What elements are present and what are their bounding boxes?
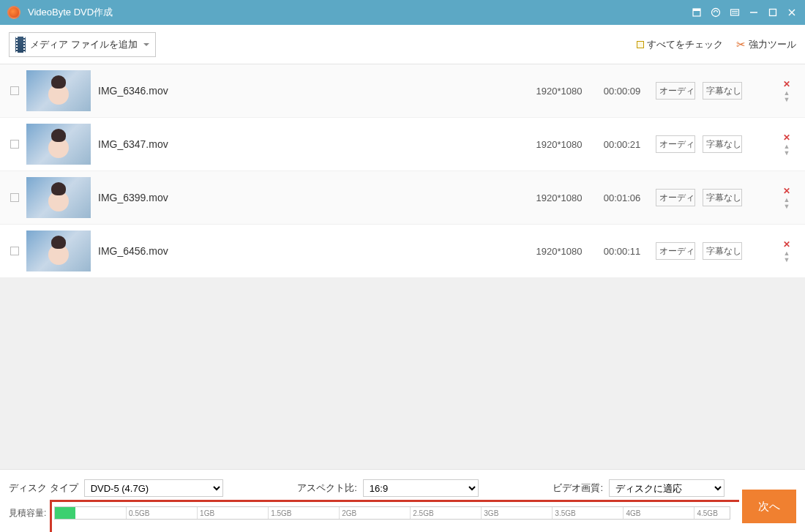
move-down-icon[interactable]: ▼ xyxy=(784,204,790,209)
duration: 00:00:21 xyxy=(596,139,648,150)
disc-type-label: ディスク タイプ xyxy=(9,482,78,495)
capacity-tick: 2GB xyxy=(339,507,356,519)
capacity-tick: 3.5GB xyxy=(552,507,575,519)
annotation-line xyxy=(50,500,52,532)
resolution: 1920*1080 xyxy=(530,86,588,97)
audio-select[interactable]: オーディ xyxy=(656,82,695,100)
file-name: IMG_6456.mov xyxy=(98,245,523,257)
bottom-bar: ディスク タイプ DVD-5 (4.7G) アスペクト比: 16:9 ビデオ画質… xyxy=(0,469,805,532)
duration: 00:01:06 xyxy=(596,192,648,203)
move-up-icon[interactable]: ▲ xyxy=(784,251,790,256)
move-down-icon[interactable]: ▼ xyxy=(784,258,790,263)
move-up-icon[interactable]: ▲ xyxy=(784,91,790,96)
move-down-icon[interactable]: ▼ xyxy=(784,97,790,102)
capacity-tick: 4GB xyxy=(623,507,640,519)
titlebar: VideoByte DVD作成 xyxy=(0,0,805,25)
capacity-tick: 2.5GB xyxy=(410,507,433,519)
close-button[interactable] xyxy=(786,7,798,18)
audio-select[interactable]: オーディ xyxy=(656,242,695,260)
video-quality-select[interactable]: ディスクに適応 xyxy=(609,479,724,497)
app-logo-icon xyxy=(7,6,20,19)
delete-icon[interactable]: ✕ xyxy=(783,132,790,143)
power-tools-label: 強力ツール xyxy=(749,38,796,51)
thumbnail xyxy=(26,231,91,271)
header-icon-3[interactable] xyxy=(729,7,741,18)
file-row: IMG_6346.mov1920*108000:00:09オーディ字幕なし✕▲▼ xyxy=(0,64,805,117)
file-name: IMG_6346.mov xyxy=(98,85,523,97)
capacity-tick: 1.5GB xyxy=(268,507,291,519)
subtitle-select[interactable]: 字幕なし xyxy=(703,82,742,100)
thumbnail xyxy=(26,124,91,165)
scissors-icon: ✂ xyxy=(736,38,746,51)
thumbnail xyxy=(26,70,91,111)
svg-rect-3 xyxy=(731,10,739,15)
capacity-tick: 3GB xyxy=(481,507,498,519)
maximize-button[interactable] xyxy=(767,7,779,18)
aspect-ratio-select[interactable]: 16:9 xyxy=(363,479,479,497)
resolution: 1920*1080 xyxy=(530,192,588,203)
resolution: 1920*1080 xyxy=(530,139,588,150)
minimize-button[interactable] xyxy=(748,7,760,18)
disc-type-select[interactable]: DVD-5 (4.7G) xyxy=(84,479,223,497)
annotation-line xyxy=(50,500,739,502)
capacity-label: 見積容量: xyxy=(9,507,54,520)
add-media-button[interactable]: メディア ファイルを追加 xyxy=(9,32,156,57)
svg-point-2 xyxy=(712,9,720,17)
delete-icon[interactable]: ✕ xyxy=(783,79,790,89)
row-checkbox[interactable] xyxy=(10,86,19,95)
subtitle-select[interactable]: 字幕なし xyxy=(703,189,742,206)
check-all-label: すべてをチェック xyxy=(647,38,723,51)
file-list: IMG_6346.mov1920*108000:00:09オーディ字幕なし✕▲▼… xyxy=(0,64,805,469)
file-row: IMG_6399.mov1920*108000:01:06オーディ字幕なし✕▲▼ xyxy=(0,171,805,224)
next-button-label: 次へ xyxy=(758,500,780,514)
audio-select[interactable]: オーディ xyxy=(656,189,695,206)
subtitle-select[interactable]: 字幕なし xyxy=(703,242,742,260)
toolbar: メディア ファイルを追加 すべてをチェック ✂ 強力ツール xyxy=(0,25,805,64)
file-name: IMG_6399.mov xyxy=(98,192,523,203)
audio-select[interactable]: オーディ xyxy=(656,135,695,153)
power-tools-button[interactable]: ✂ 強力ツール xyxy=(736,38,796,51)
resolution: 1920*1080 xyxy=(530,246,588,257)
aspect-ratio-label: アスペクト比: xyxy=(297,482,357,495)
file-name: IMG_6347.mov xyxy=(98,138,523,150)
header-icon-2[interactable] xyxy=(710,7,722,18)
video-quality-label: ビデオ画質: xyxy=(553,482,603,495)
film-icon xyxy=(15,37,26,53)
chevron-down-icon xyxy=(143,43,149,46)
header-icon-1[interactable] xyxy=(691,7,703,18)
thumbnail xyxy=(26,177,91,218)
row-checkbox[interactable] xyxy=(10,247,19,255)
duration: 00:00:11 xyxy=(596,246,648,257)
subtitle-select[interactable]: 字幕なし xyxy=(703,135,742,153)
row-checkbox[interactable] xyxy=(10,140,19,149)
next-button[interactable]: 次へ xyxy=(742,490,796,523)
delete-icon[interactable]: ✕ xyxy=(783,186,790,196)
capacity-tick: 1GB xyxy=(197,507,214,519)
add-media-label: メディア ファイルを追加 xyxy=(30,38,138,51)
move-up-icon[interactable]: ▲ xyxy=(784,144,790,149)
capacity-bar: 0.5GB1GB1.5GB2GB2.5GB3GB3.5GB4GB4.5GB xyxy=(54,506,730,520)
check-all-button[interactable]: すべてをチェック xyxy=(637,38,723,51)
row-checkbox[interactable] xyxy=(10,193,19,202)
capacity-tick: 4.5GB xyxy=(694,507,717,519)
capacity-tick: 0.5GB xyxy=(126,507,149,519)
file-row: IMG_6347.mov1920*108000:00:21オーディ字幕なし✕▲▼ xyxy=(0,118,805,171)
svg-rect-7 xyxy=(770,10,776,16)
svg-rect-1 xyxy=(693,9,700,11)
checkbox-icon xyxy=(637,41,644,48)
duration: 00:00:09 xyxy=(596,86,648,97)
capacity-fill xyxy=(55,507,75,519)
app-title: VideoByte DVD作成 xyxy=(28,6,691,19)
move-up-icon[interactable]: ▲ xyxy=(784,198,790,203)
delete-icon[interactable]: ✕ xyxy=(783,239,790,250)
file-row: IMG_6456.mov1920*108000:00:11オーディ字幕なし✕▲▼ xyxy=(0,225,805,277)
move-down-icon[interactable]: ▼ xyxy=(784,151,790,156)
